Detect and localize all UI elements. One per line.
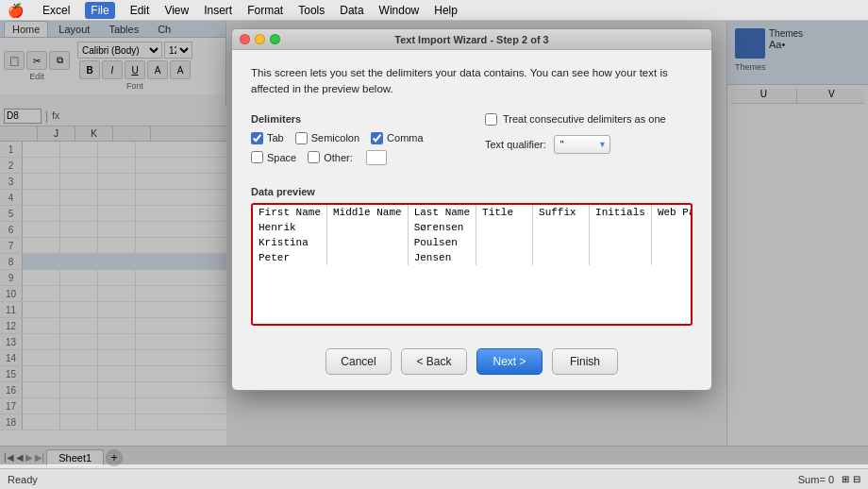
menubar-format[interactable]: Format [247,4,283,17]
table-row: First Name Middle Name Last Name Title S… [253,205,691,220]
menubar-file[interactable]: File [85,2,114,19]
preview-box: First Name Middle Name Last Name Title S… [251,203,693,326]
preview-cell [476,250,533,265]
status-bar: Ready Sum= 0 ⊞ ⊟ [0,468,868,489]
dialog-buttons: Cancel < Back Next > Finish [251,341,693,375]
table-row: Kristina Poulsen [253,235,691,250]
menubar-excel[interactable]: Excel [42,4,70,17]
preview-cell [651,235,691,250]
qualifier-select[interactable]: " ' {none} [554,135,610,154]
minimize-button[interactable] [255,34,265,44]
next-button[interactable]: Next > [476,348,542,375]
preview-header-lastname: Last Name [408,205,476,220]
consecutive-label: Treat consecutive delimiters as one [503,113,666,125]
table-row: Henrik Sørensen [253,220,691,235]
delimiters-left: Delimiters Tab Semicolon Comma [251,113,462,171]
preview-header-middlename: Middle Name [327,205,409,220]
comma-checkbox[interactable] [371,132,383,144]
preview-label: Data preview [251,186,693,197]
space-checkbox[interactable] [251,151,263,163]
preview-cell [533,235,590,250]
qualifier-row: Text qualifier: " ' {none} ▼ [485,135,693,154]
maximize-button[interactable] [270,34,280,44]
space-label: Space [267,152,296,163]
preview-cell: Peter [253,250,327,265]
consecutive-checkbox[interactable] [485,113,497,126]
back-button[interactable]: < Back [401,348,467,375]
menubar-tools[interactable]: Tools [298,4,325,17]
dialog-intro-text: This screen lets you set the delimiters … [251,65,693,98]
preview-cell [327,235,409,250]
preview-header-firstname: First Name [253,205,327,220]
delimiter-row-1: Tab Semicolon Comma [251,132,462,144]
preview-cell [651,250,691,265]
preview-cell [476,220,533,235]
traffic-lights [240,34,280,44]
preview-table: First Name Middle Name Last Name Title S… [253,205,691,265]
menubar-edit[interactable]: Edit [130,4,150,17]
scroll-thumb [255,325,268,326]
menubar-view[interactable]: View [164,4,189,17]
close-button[interactable] [240,34,250,44]
tab-label: Tab [267,132,284,143]
preview-cell [533,220,590,235]
dialog-title: Text Import Wizard - Step 2 of 3 [394,34,549,45]
preview-section: Data preview First Name Middle Name Last… [251,186,693,326]
menubar: 🍎 Excel File Edit View Insert Format Too… [0,0,868,21]
tab-checkbox[interactable] [251,132,263,144]
preview-header-initials: Initials [590,205,652,220]
preview-cell: Kristina [253,235,327,250]
consecutive-row: Treat consecutive delimiters as one [485,113,693,126]
delimiters-label: Delimiters [251,113,462,125]
semicolon-checkbox-label[interactable]: Semicolon [295,132,359,144]
preview-cell [651,220,691,235]
dialog-titlebar: Text Import Wizard - Step 2 of 3 [232,29,711,50]
preview-header-webpage: Web Page [651,205,691,220]
menubar-insert[interactable]: Insert [204,4,232,17]
qualifier-label: Text qualifier: [485,139,546,150]
other-label: Other: [324,152,353,163]
comma-label: Comma [387,132,424,143]
page-layout-button[interactable]: ⊟ [853,474,860,484]
semicolon-checkbox[interactable] [295,132,308,144]
view-buttons: ⊞ ⊟ [842,474,860,484]
preview-cell: Henrik [253,220,327,235]
menubar-window[interactable]: Window [379,4,420,17]
preview-cell [590,220,652,235]
delimiters-right: Treat consecutive delimiters as one Text… [485,113,693,171]
other-checkbox-label[interactable]: Other: [308,150,353,165]
apple-icon: 🍎 [8,3,24,18]
semicolon-label: Semicolon [311,132,359,143]
preview-cell [533,250,590,265]
preview-cell [590,250,652,265]
preview-cell [327,250,409,265]
preview-header-title: Title [476,205,533,220]
preview-cell: Poulsen [408,235,476,250]
delimiters-section: Delimiters Tab Semicolon Comma [251,113,693,171]
menubar-help[interactable]: Help [434,4,458,17]
menubar-data[interactable]: Data [340,4,363,17]
cancel-button[interactable]: Cancel [326,348,392,375]
preview-cell [476,235,533,250]
tab-checkbox-label[interactable]: Tab [251,132,284,144]
dialog-body: This screen lets you set the delimiters … [232,50,711,390]
status-ready: Ready [8,474,38,485]
other-delimiter-field[interactable] [366,150,387,165]
qualifier-select-wrapper: " ' {none} ▼ [554,135,610,154]
space-checkbox-label[interactable]: Space [251,150,296,165]
other-checkbox[interactable] [308,151,320,163]
normal-view-button[interactable]: ⊞ [842,474,849,484]
preview-cell [590,235,652,250]
status-right: Sum= 0 ⊞ ⊟ [798,474,860,485]
table-row: Peter Jensen [253,250,691,265]
comma-checkbox-label[interactable]: Comma [371,132,424,144]
status-sum: Sum= 0 [798,474,834,485]
finish-button[interactable]: Finish [552,348,618,375]
preview-cell: Sørensen [408,220,476,235]
preview-cell: Jensen [408,250,476,265]
preview-table-wrapper[interactable]: First Name Middle Name Last Name Title S… [253,205,691,324]
preview-cell [327,220,409,235]
delimiter-row-2: Space Other: [251,150,462,165]
import-wizard-dialog: Text Import Wizard - Step 2 of 3 This sc… [231,28,712,391]
preview-scrollbar[interactable] [253,324,691,326]
